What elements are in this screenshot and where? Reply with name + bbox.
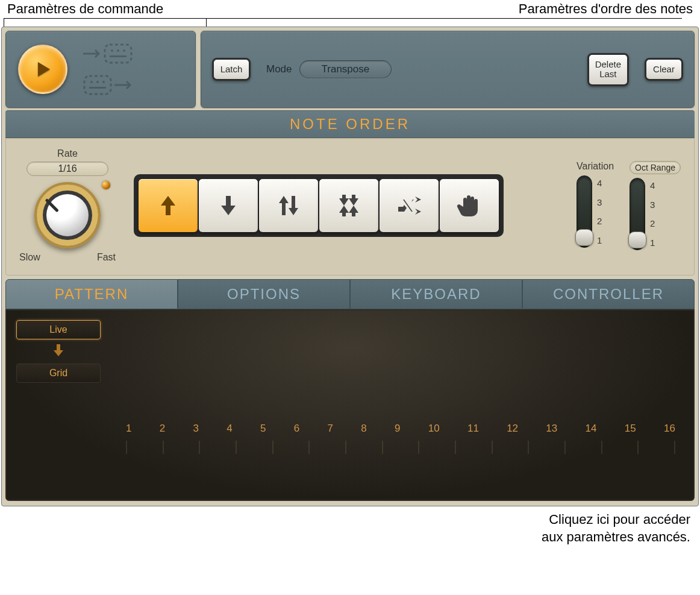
mode-label: Mode [266,63,292,75]
step-grid[interactable] [126,441,675,458]
annotation-control-params: Paramètres de commande [7,1,163,17]
arrow-down-icon [214,191,243,220]
svg-point-8 [96,81,99,83]
variation-slider[interactable] [577,175,592,248]
slow-label: Slow [19,252,40,263]
step-numbers: 12 34 56 78 910 1112 1314 1516 [126,423,675,435]
play-button[interactable] [18,45,67,94]
direction-down-button[interactable] [199,179,258,232]
capture-into-icon [82,42,134,65]
pattern-grid-button[interactable]: Grid [16,364,101,383]
note-order-body: Rate 1/16 Slow Fast [5,138,695,275]
oct-range-slider[interactable] [630,178,645,250]
clear-button[interactable]: Clear [645,58,683,81]
delete-last-button[interactable]: Delete Last [587,53,629,86]
latch-button[interactable]: Latch [212,58,251,81]
svg-point-9 [102,81,105,83]
oct-range-select[interactable]: Oct Range [630,161,681,174]
capture-mode-icons[interactable] [82,42,134,96]
tab-keyboard[interactable]: KEYBOARD [350,279,522,309]
svg-marker-0 [38,62,50,77]
direction-manual-button[interactable] [440,179,499,232]
svg-rect-10 [89,87,106,89]
svg-point-2 [111,49,113,52]
svg-rect-6 [84,76,111,94]
sync-led-icon [102,181,110,189]
variation-ticks: 4 3 2 1 [597,175,602,248]
hand-icon [455,191,484,220]
annotation-advanced-2: aux paramètres avancés. [1,529,690,546]
svg-point-7 [90,81,93,83]
rate-select[interactable]: 1/16 [27,162,108,176]
pattern-live-button[interactable]: Live [16,320,101,339]
variation-label: Variation [577,161,614,172]
arrow-converge-icon [334,191,363,220]
mode-panel: Latch Mode Transpose Delete Last Clear [201,31,695,108]
direction-outside-in-button[interactable] [319,179,378,232]
arrow-up-icon [154,191,183,220]
rate-label: Rate [19,148,116,159]
arrow-down-icon [16,339,101,364]
mode-select[interactable]: Transpose [299,60,392,78]
svg-rect-1 [105,45,131,63]
capture-from-icon [82,74,134,96]
play-icon [33,60,52,79]
tab-options[interactable]: OPTIONS [178,279,350,309]
annotation-note-order-params: Paramètres d'ordre des notes [519,1,693,17]
svg-point-3 [117,49,119,52]
fast-label: Fast [97,252,116,263]
direction-buttons [134,174,504,237]
direction-random-button[interactable] [380,179,439,232]
annotation-advanced-1: Cliquez ici pour accéder [1,511,690,529]
svg-point-4 [123,49,125,52]
control-panel [5,31,196,108]
direction-up-button[interactable] [139,179,198,232]
direction-updown-button[interactable] [259,179,318,232]
note-order-title-bar: NOTE ORDER [5,110,695,138]
svg-rect-5 [110,55,127,57]
arrow-updown-icon [274,191,303,220]
note-order-title: NOTE ORDER [290,116,410,132]
oct-range-ticks: 4 3 2 1 [650,178,655,250]
pattern-area: Live Grid 12 34 56 78 910 1112 1314 1516 [5,309,695,501]
shuffle-icon [395,191,423,220]
advanced-tabs: PATTERN OPTIONS KEYBOARD CONTROLLER [5,279,695,309]
arpeggiator-plugin: Latch Mode Transpose Delete Last Clear N… [1,27,699,506]
rate-knob[interactable] [34,182,101,248]
tab-controller[interactable]: CONTROLLER [522,279,695,309]
tab-pattern[interactable]: PATTERN [5,279,178,309]
